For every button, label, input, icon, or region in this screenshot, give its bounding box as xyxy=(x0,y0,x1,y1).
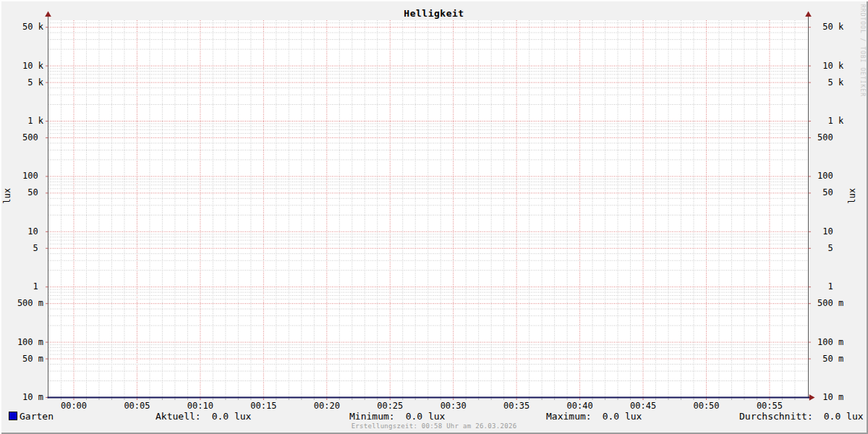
y-axis-label: 1 k xyxy=(0,116,43,127)
y-axis-label: 500 m xyxy=(0,298,43,309)
y-axis-label: 5 k xyxy=(0,77,43,88)
legend-color-swatch xyxy=(9,412,17,420)
stat-minimum-value: 0.0 lux xyxy=(406,411,446,422)
x-axis-label: 00:50 xyxy=(681,401,732,411)
y-axis-label: 50 m xyxy=(817,354,864,365)
legend-row: Garten Aktuell:0.0 lux Minimum:0.0 lux M… xyxy=(0,411,868,422)
y-axis-label: 10 k xyxy=(817,61,864,72)
stat-maximum-label: Maximum: xyxy=(546,411,592,422)
stat-maximum-value: 0.0 lux xyxy=(603,411,642,422)
y-axis-label: 500 m xyxy=(817,298,864,309)
y-axis-label: 50 k xyxy=(817,22,864,33)
creation-timestamp: Erstellungszeit: 00:58 Uhr am 26.03.2026 xyxy=(0,422,868,430)
rrdtool-graph: Helligkeit lux lux RRDTOOL / TOBI OETIKE… xyxy=(0,0,868,434)
y-axis-label: 5 xyxy=(0,243,43,254)
y-axis-label: 1 k xyxy=(817,116,864,127)
y-axis-label: 500 xyxy=(817,132,864,143)
y-axis-label: 10 xyxy=(0,226,43,237)
x-axis-label: 00:35 xyxy=(491,401,542,411)
x-axis-label: 00:15 xyxy=(238,401,289,411)
x-axis-label: 00:00 xyxy=(48,401,99,411)
chart-title: Helligkeit xyxy=(0,8,868,19)
stat-average: Durchschnitt:0.0 lux xyxy=(739,411,864,422)
stat-average-value: 0.0 lux xyxy=(824,411,864,422)
y-axis-label: 50 k xyxy=(0,22,43,33)
y-axis-label: 10 xyxy=(817,226,864,237)
y-axis-label: 10 k xyxy=(0,61,43,72)
y-axis-label: 50 m xyxy=(0,354,43,365)
stat-current-value: 0.0 lux xyxy=(212,411,252,422)
y-axis-label: 10 m xyxy=(0,392,43,403)
x-axis-label: 00:45 xyxy=(618,401,668,411)
x-axis-label: 00:25 xyxy=(365,401,415,411)
x-axis-arrow xyxy=(809,394,815,400)
y-axis-label: 1 xyxy=(0,281,43,292)
stat-current: Aktuell:0.0 lux xyxy=(156,411,251,422)
y-axis-label: 5 k xyxy=(817,77,864,88)
y-axis-label: 1 xyxy=(817,281,864,292)
y-axis-label: 500 xyxy=(0,132,43,143)
x-axis-label: 00:40 xyxy=(555,401,605,411)
stat-maximum: Maximum:0.0 lux xyxy=(546,411,642,422)
y-axis-label: 5 xyxy=(817,243,864,254)
plot-area xyxy=(0,0,868,434)
y-axis-label: 10 m xyxy=(817,392,864,403)
y-axis-label: 100 m xyxy=(0,337,43,348)
x-axis-label: 00:30 xyxy=(428,401,479,411)
y-axis-label: 50 xyxy=(0,187,43,198)
y-axis-label: 100 xyxy=(0,171,43,182)
x-axis-label: 00:10 xyxy=(175,401,226,411)
x-axis-label: 00:55 xyxy=(744,401,795,411)
stat-average-label: Durchschnitt: xyxy=(739,411,813,422)
y-axis-label: 50 xyxy=(817,187,864,198)
stat-minimum: Minimum:0.0 lux xyxy=(349,411,445,422)
y-axis-label: 100 m xyxy=(817,337,864,348)
x-axis-label: 00:05 xyxy=(111,401,162,411)
y-axis-label: 100 xyxy=(817,171,864,182)
x-axis-label: 00:20 xyxy=(302,401,352,411)
stat-minimum-label: Minimum: xyxy=(349,411,395,422)
legend-series-label: Garten xyxy=(20,411,54,422)
stat-current-label: Aktuell: xyxy=(156,411,201,422)
